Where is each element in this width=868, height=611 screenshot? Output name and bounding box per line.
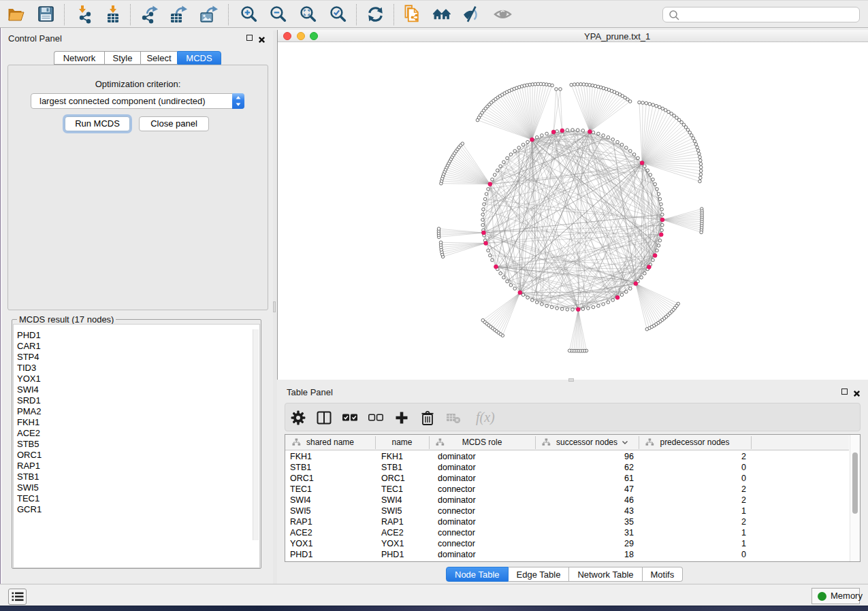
svg-text:f(x): f(x) xyxy=(476,410,495,425)
